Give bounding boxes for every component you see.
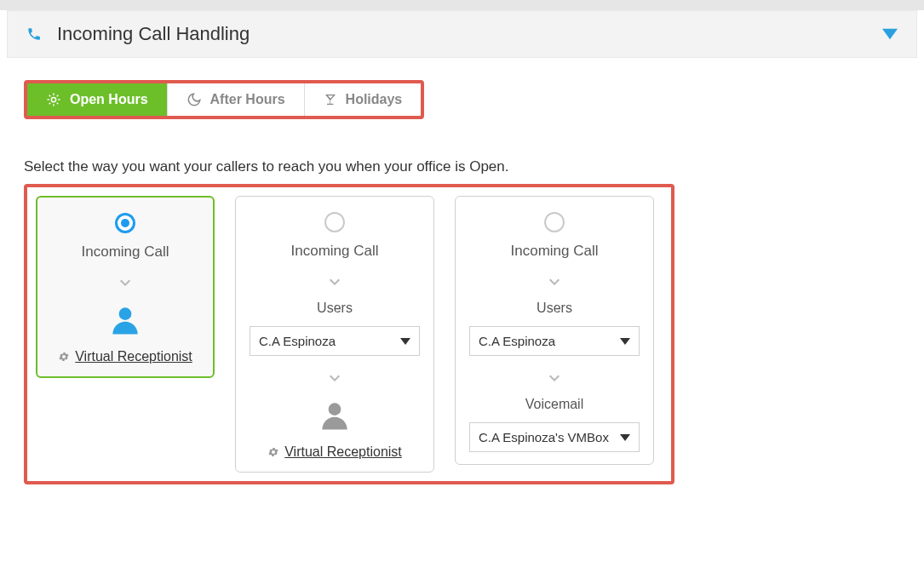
chevron-down-icon (620, 338, 630, 345)
user-icon (316, 397, 353, 434)
tab-label: Holidays (346, 92, 403, 107)
user-icon (106, 301, 144, 339)
gear-icon (267, 446, 279, 458)
svg-line-8 (49, 103, 51, 105)
option-user-then-voicemail[interactable]: Incoming Call Users C.A Espinoza Voicema… (455, 196, 654, 465)
virtual-receptionist-link[interactable]: Virtual Receptionist (284, 444, 402, 460)
radio-unselected[interactable] (544, 212, 565, 232)
svg-line-7 (57, 103, 59, 105)
section-title: Incoming Call Handling (57, 23, 250, 45)
tab-label: Open Hours (70, 92, 148, 107)
moon-icon (187, 92, 202, 107)
svg-point-11 (329, 403, 341, 415)
radio-selected[interactable] (115, 213, 135, 233)
option-user-then-vr[interactable]: Incoming Call Users C.A Espinoza (235, 196, 434, 473)
call-flow-options: Incoming Call Virtual Receptionist Incom (24, 184, 674, 484)
arrow-down-icon (544, 270, 565, 290)
step-incoming-call: Incoming Call (511, 243, 599, 260)
select-value: C.A Espinoza (259, 334, 336, 348)
top-strip (0, 0, 924, 10)
sun-gear-icon (46, 92, 61, 107)
tab-after-hours[interactable]: After Hours (168, 83, 305, 116)
svg-marker-0 (882, 29, 898, 40)
gear-icon (58, 351, 70, 363)
svg-line-6 (49, 95, 51, 97)
hours-tabs: Open Hours After Hours Holidays (24, 80, 424, 119)
arrow-down-icon (544, 366, 565, 387)
instruction-text: Select the way you want your callers to … (24, 158, 900, 175)
users-label: Users (537, 301, 572, 316)
arrow-down-icon (324, 270, 345, 290)
virtual-receptionist-row: Virtual Receptionist (58, 349, 192, 364)
users-select[interactable]: C.A Espinoza (250, 326, 420, 356)
radio-unselected[interactable] (324, 212, 345, 232)
chevron-down-icon (620, 434, 630, 441)
users-select[interactable]: C.A Espinoza (469, 326, 640, 356)
tab-label: After Hours (210, 92, 285, 107)
voicemail-select[interactable]: C.A Espinoza's VMBox (469, 422, 640, 452)
tab-holidays[interactable]: Holidays (305, 83, 422, 116)
option-virtual-receptionist[interactable]: Incoming Call Virtual Receptionist (36, 196, 215, 378)
step-incoming-call: Incoming Call (82, 244, 169, 261)
chevron-down-icon (400, 338, 410, 345)
step-incoming-call: Incoming Call (291, 243, 379, 260)
collapse-caret-icon[interactable] (882, 28, 898, 40)
section-header[interactable]: Incoming Call Handling (7, 10, 917, 58)
tab-open-hours[interactable]: Open Hours (27, 83, 168, 116)
svg-point-1 (51, 97, 55, 101)
voicemail-label: Voicemail (525, 397, 583, 412)
virtual-receptionist-link[interactable]: Virtual Receptionist (75, 349, 192, 364)
select-value: C.A Espinoza's VMBox (479, 430, 609, 444)
svg-line-9 (57, 95, 59, 97)
arrow-down-icon (115, 271, 135, 291)
users-label: Users (317, 301, 353, 316)
virtual-receptionist-row: Virtual Receptionist (267, 444, 402, 460)
content-area: Open Hours After Hours Holidays Select t… (0, 58, 924, 507)
phone-icon (26, 26, 42, 42)
select-value: C.A Espinoza (479, 334, 555, 348)
arrow-down-icon (324, 366, 345, 387)
svg-point-10 (119, 307, 132, 320)
martini-icon (324, 93, 337, 106)
